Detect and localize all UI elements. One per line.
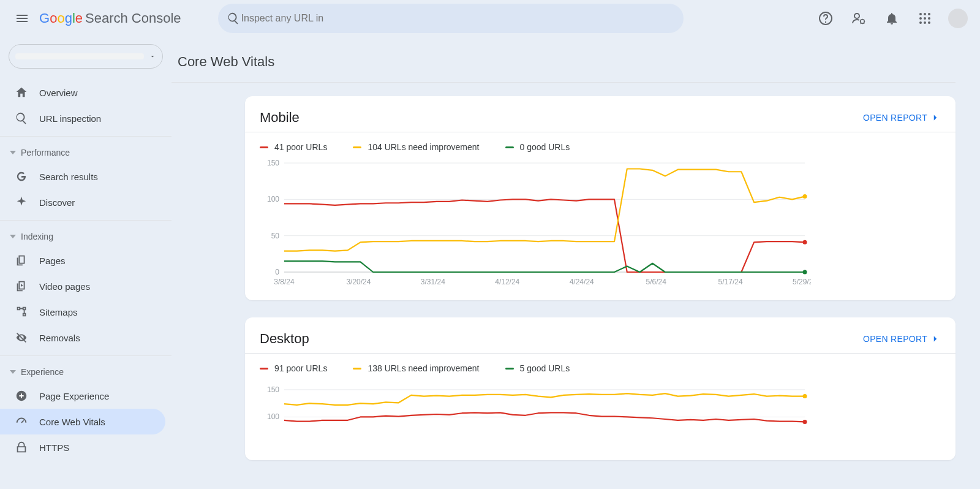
property-selector[interactable] [9,44,163,69]
svg-point-8 [928,17,930,20]
mobile-chart: 0501001503/8/243/20/243/31/244/12/244/24… [260,159,941,288]
svg-point-5 [928,13,930,15]
mobile-card: Mobile OPEN REPORT 41 poor URLs 104 URLs… [245,96,956,300]
legend-need-improvement: 138 URLs need improvement [368,363,479,373]
svg-point-4 [924,13,926,15]
help-icon[interactable] [811,4,840,33]
sidebar-item-label: Pages [39,256,66,266]
sidebar-item-label: Discover [39,197,75,208]
svg-point-36 [803,420,807,424]
svg-point-37 [803,394,807,398]
lock-icon [15,441,28,454]
svg-text:0: 0 [275,268,279,276]
video-pages-icon [15,279,28,293]
user-settings-icon[interactable] [844,4,873,33]
open-report-label: OPEN REPORT [863,334,927,344]
search-input[interactable] [240,12,675,25]
svg-text:100: 100 [267,412,279,421]
page-title: Core Web Vitals [172,51,956,82]
sparkle-icon [15,195,28,209]
chevron-down-icon [149,53,156,60]
triangle-down-icon [10,151,16,154]
sidebar-item-core-web-vitals[interactable]: Core Web Vitals [0,409,165,434]
product-name: Search Console [85,10,181,26]
svg-point-7 [924,17,926,20]
pages-icon [15,254,28,267]
menu-icon[interactable] [7,4,37,33]
sidebar-item-label: Video pages [39,281,90,292]
desktop-chart: 100150 [260,381,941,448]
svg-text:5/29/24: 5/29/24 [793,278,811,286]
legend-good: 0 good URLs [520,142,570,152]
sidebar-group-label: Indexing [21,232,53,241]
svg-point-3 [919,13,922,15]
sidebar-item-label: Core Web Vitals [39,417,105,427]
eye-off-icon [15,331,28,344]
open-report-label: OPEN REPORT [863,113,927,123]
chart-legend: 91 poor URLs 138 URLs need improvement 5… [260,363,941,373]
open-report-link[interactable]: OPEN REPORT [863,333,941,344]
sidebar-item-removals[interactable]: Removals [0,325,165,351]
property-name-redacted [15,53,144,59]
sidebar-item-sitemaps[interactable]: Sitemaps [0,299,165,325]
sitemap-icon [15,305,28,319]
svg-point-9 [919,21,922,24]
sidebar-item-label: Overview [39,88,78,98]
triangle-down-icon [10,235,16,238]
sidebar-group-performance[interactable]: Performance [0,142,172,164]
legend-need-improvement: 104 URLs need improvement [368,142,479,152]
sidebar-item-pages[interactable]: Pages [0,248,165,273]
content: Core Web Vitals Mobile OPEN REPORT 41 po… [172,37,980,489]
triangle-down-icon [10,370,16,374]
search-icon [15,112,28,125]
sidebar-item-label: HTTPS [39,442,69,453]
svg-text:50: 50 [271,232,280,240]
svg-text:3/20/24: 3/20/24 [346,278,371,286]
svg-text:150: 150 [267,385,279,394]
search-icon [227,12,240,25]
svg-point-29 [803,240,807,245]
sidebar-item-https[interactable]: HTTPS [0,434,165,460]
speed-icon [15,415,28,428]
chevron-right-icon [930,333,941,344]
card-title: Desktop [260,331,309,347]
svg-point-1 [854,13,859,18]
svg-text:100: 100 [267,195,279,203]
apps-grid-icon[interactable] [910,4,940,33]
sidebar-item-page-experience[interactable]: Page Experience [0,383,165,409]
sidebar-item-overview[interactable]: Overview [0,80,165,105]
sidebar-item-search-results[interactable]: Search results [0,164,165,189]
svg-text:4/12/24: 4/12/24 [495,278,519,286]
sidebar-item-url-inspection[interactable]: URL inspection [0,105,165,131]
home-icon [15,86,28,99]
svg-point-31 [803,270,807,275]
sidebar-item-video-pages[interactable]: Video pages [0,273,165,299]
google-logo-text: Google [39,10,83,26]
open-report-link[interactable]: OPEN REPORT [863,112,941,123]
svg-text:5/17/24: 5/17/24 [718,278,743,286]
g-logo-icon [15,170,28,183]
plus-circle-icon [15,389,28,403]
svg-text:5/6/24: 5/6/24 [646,278,666,286]
avatar[interactable] [948,9,968,28]
legend-good: 5 good URLs [520,363,570,373]
sidebar-group-experience[interactable]: Experience [0,361,172,383]
product-logo: Google Search Console [39,10,181,26]
chart-legend: 41 poor URLs 104 URLs need improvement 0… [260,142,941,152]
card-title: Mobile [260,110,300,126]
sidebar-item-label: Page Experience [39,391,109,401]
sidebar-item-discover[interactable]: Discover [0,189,165,215]
notifications-icon[interactable] [877,4,907,33]
svg-point-6 [919,17,922,20]
svg-text:4/24/24: 4/24/24 [570,278,594,286]
topbar: Google Search Console [0,0,980,37]
svg-text:3/31/24: 3/31/24 [421,278,445,286]
legend-poor: 41 poor URLs [274,142,327,152]
sidebar-item-label: Sitemaps [39,307,78,317]
search-input-wrap[interactable] [218,4,684,33]
svg-point-10 [924,21,926,24]
chevron-right-icon [930,112,941,123]
desktop-card: Desktop OPEN REPORT 91 poor URLs 138 URL… [245,317,956,460]
sidebar-group-indexing[interactable]: Indexing [0,226,172,248]
sidebar: Overview URL inspection Performance Sear… [0,37,172,489]
